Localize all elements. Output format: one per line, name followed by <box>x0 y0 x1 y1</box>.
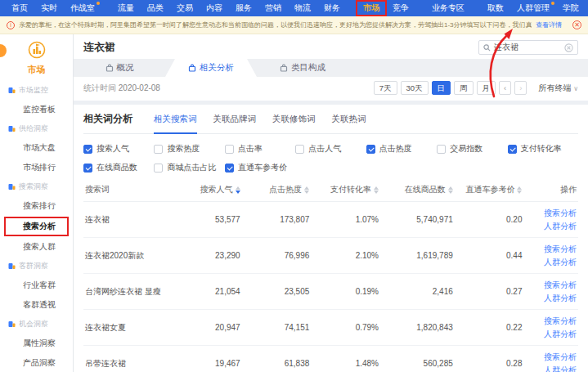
action-link[interactable]: 人群分析 <box>525 328 577 341</box>
date-range-button[interactable]: 周 <box>454 81 474 95</box>
sidebar-menu: 市场监控监控看板供给洞察市场大盘市场排行搜索洞察搜索排行搜索分析搜索人群客群洞察… <box>0 81 73 372</box>
nav-item[interactable]: 营销 <box>258 1 288 16</box>
nav-item[interactable]: 业务专区 <box>425 1 471 16</box>
action-link[interactable]: 搜索分析 <box>525 351 577 364</box>
action-link[interactable]: 人群分析 <box>525 256 577 269</box>
sort-down-icon <box>374 190 379 194</box>
sidebar-item[interactable]: 监控看板 <box>0 100 73 119</box>
table-column-header: 搜索词 <box>83 178 177 202</box>
analysis-card: 相关词分析 相关搜索词关联品牌词关联修饰词关联热词 搜索人气搜索热度点击率点击人… <box>74 105 588 372</box>
page-tab[interactable]: 相关分析 <box>165 59 257 77</box>
analysis-tab[interactable]: 关联修饰词 <box>272 114 316 133</box>
notice-bar: i 亲爱的掌柜，在这个特殊时期，阿里集团希望第一时间了解您生意动态和当前面临的问… <box>0 16 588 34</box>
action-link[interactable]: 搜索分析 <box>525 243 577 256</box>
sort-down-icon <box>448 190 453 194</box>
metric-checkbox[interactable]: 交易指数 <box>437 143 507 155</box>
nav-item[interactable]: 流量 <box>111 1 141 16</box>
nav-item[interactable]: 服务 <box>229 1 258 16</box>
sort-icon <box>517 186 522 194</box>
date-range-button[interactable]: 日 <box>432 81 451 95</box>
sort-icon <box>236 186 240 194</box>
sidebar-item[interactable]: 市场排行 <box>0 158 73 177</box>
sidebar-item[interactable]: 属性洞察 <box>0 334 73 353</box>
analysis-tab[interactable]: 关联品牌词 <box>213 114 257 133</box>
sidebar-section: 搜索洞察 <box>0 177 73 196</box>
analysis-tab[interactable]: 关联热词 <box>332 114 366 133</box>
metric-checkbox-label: 支付转化率 <box>521 143 562 155</box>
sidebar-item[interactable]: 搜索排行 <box>0 196 73 216</box>
notice-text: 亲爱的掌柜，在这个特殊时期，阿里集团希望第一时间了解您生意动态和当前面临的问题，… <box>19 20 532 29</box>
nav-item[interactable]: 实时 <box>34 1 64 16</box>
sort-up-icon <box>304 186 309 190</box>
sidebar-section: 机会洞察 <box>0 315 73 334</box>
sidebar-item[interactable]: 行业客群 <box>0 276 73 295</box>
nav-item[interactable]: 品类 <box>141 1 170 16</box>
action-link[interactable]: 人群分析 <box>525 220 577 233</box>
sidebar-item[interactable]: 搜索分析 <box>4 217 69 236</box>
page-tab[interactable]: 概况 <box>74 59 165 77</box>
actions-cell: 搜索分析人群分析 <box>523 238 578 274</box>
table-row: 连衣裙53,577173,8071.07%5,740,9710.20搜索分析人群… <box>83 202 578 238</box>
metric-checkbox-label: 直通车参考价 <box>238 162 287 173</box>
nav-item[interactable]: 竞争 <box>386 1 415 16</box>
table-column-header[interactable]: 在线商品数 <box>380 178 455 202</box>
nav-item[interactable]: 作战室 <box>64 1 101 16</box>
chart-icon <box>8 87 16 94</box>
table-column-header[interactable]: 直通车参考价 <box>455 178 524 202</box>
checkbox-icon <box>437 145 446 154</box>
date-controls: 7天30天日周月‹› 所有终端 ∨ <box>374 81 578 95</box>
terminal-filter[interactable]: 所有终端 ∨ <box>538 83 578 94</box>
terminal-filter-label: 所有终端 <box>538 83 571 92</box>
date-range-button[interactable]: 月 <box>477 81 496 95</box>
metric-checkbox[interactable]: 支付转化率 <box>508 143 578 155</box>
page-tab[interactable]: 类目构成 <box>257 59 348 77</box>
notification-badge <box>551 2 554 5</box>
nav-item[interactable]: 市场 <box>357 1 386 16</box>
date-nav-button[interactable]: ‹ <box>499 81 511 95</box>
notice-detail-link[interactable]: 查看详情 <box>536 20 562 29</box>
nav-item[interactable]: 人群管理 <box>510 1 556 16</box>
table-header-row: 搜索词搜索人气点击热度支付转化率在线商品数直通车参考价操作 <box>83 178 578 202</box>
sidebar-item[interactable]: 产品洞察 <box>0 353 73 372</box>
analysis-tab[interactable]: 相关搜索词 <box>154 114 197 134</box>
nav-item[interactable]: 学院 <box>556 1 586 16</box>
value-cell: 21,054 <box>177 274 242 310</box>
table-column-header[interactable]: 搜索人气 <box>177 178 242 202</box>
metric-checkbox[interactable]: 点击热度 <box>366 143 437 155</box>
action-link[interactable]: 人群分析 <box>525 292 577 305</box>
action-link[interactable]: 搜索分析 <box>525 207 577 220</box>
sidebar-item[interactable]: 市场大盘 <box>0 138 73 158</box>
nav-item[interactable]: 交易 <box>170 1 200 16</box>
nav-item[interactable]: 取数 <box>481 1 510 16</box>
metric-checkbox-label: 点击热度 <box>379 143 412 155</box>
date-range-button[interactable]: 30天 <box>401 81 429 95</box>
sidebar-section: 客群洞察 <box>0 257 73 276</box>
checkbox-icon <box>225 145 234 154</box>
keyword-search-input[interactable]: 连衣裙 <box>478 40 578 55</box>
nav-item[interactable]: 首页 <box>5 1 34 16</box>
action-link[interactable]: 人群分析 <box>525 364 577 372</box>
clear-icon[interactable] <box>564 43 573 52</box>
metric-checkbox[interactable]: 点击率 <box>225 143 295 155</box>
nav-item[interactable]: 内容 <box>200 1 229 16</box>
date-range-button[interactable]: 7天 <box>374 81 397 95</box>
metric-checkbox[interactable]: 搜索人气 <box>83 143 154 155</box>
nav-item[interactable]: 财务 <box>317 1 347 16</box>
table-column-header[interactable]: 点击热度 <box>242 178 312 202</box>
metric-checkbox[interactable]: 直通车参考价 <box>225 162 295 173</box>
table-column-header[interactable]: 支付转化率 <box>311 178 380 202</box>
keyword-cell: 连衣裙2020新款 <box>83 238 177 274</box>
sidebar-section-label: 客群洞察 <box>19 261 48 271</box>
metric-checkbox[interactable]: 搜索热度 <box>154 143 224 155</box>
nav-item[interactable]: 物流 <box>288 1 317 16</box>
action-link[interactable]: 搜索分析 <box>525 279 577 292</box>
chart-icon <box>8 125 16 132</box>
date-nav-button[interactable]: › <box>514 81 527 95</box>
close-icon[interactable]: ✕ <box>572 20 581 29</box>
action-link[interactable]: 搜索分析 <box>525 315 577 328</box>
sidebar-item[interactable]: 搜索人群 <box>0 237 73 257</box>
metric-checkbox[interactable]: 点击人气 <box>295 143 366 155</box>
metric-checkbox[interactable]: 在线商品数 <box>83 162 154 173</box>
sidebar-item[interactable]: 客群透视 <box>0 295 73 315</box>
metric-checkbox[interactable]: 商城点击占比 <box>154 162 224 173</box>
